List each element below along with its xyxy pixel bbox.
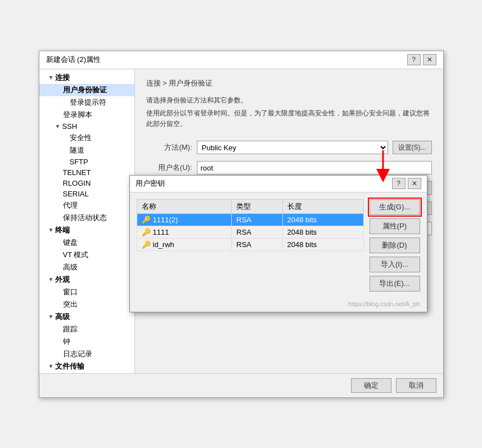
generate-button[interactable]: 生成(G)...	[370, 199, 420, 215]
sidebar-item-filetransfer[interactable]: ▼文件传输	[39, 360, 134, 373]
generate-btn-wrap: 生成(G)...	[370, 199, 420, 215]
key-icon: 🔑	[142, 240, 151, 249]
sidebar-item-label: SFTP	[70, 158, 88, 166]
watermark: https://blog.csdn.net/A_ph	[348, 301, 420, 307]
sidebar-item-label: 高级	[55, 312, 70, 322]
main-titlebar: 新建会话 (2)属性 ? ✕	[39, 51, 443, 69]
sidebar-item-appearance[interactable]: ▼外观	[39, 274, 134, 286]
sidebar-item-keepalive[interactable]: 保持活动状态	[39, 212, 134, 224]
close-button[interactable]: ✕	[423, 54, 436, 65]
sidebar-item-tunnel[interactable]: 隧道	[39, 144, 134, 156]
sidebar-item-advanced[interactable]: 高级	[39, 261, 134, 274]
sidebar-item-rlogin[interactable]: RLOGIN	[39, 178, 134, 189]
key-icon: 🔑	[142, 228, 151, 236]
settings-button[interactable]: 设置(S)...	[393, 141, 432, 154]
export-button[interactable]: 导出(E)...	[370, 276, 420, 292]
sidebar-item-sftp[interactable]: SFTP	[39, 156, 134, 167]
sidebar-item-label: 突出	[63, 299, 78, 310]
sidebar: ▼连接用户身份验证登录提示符登录脚本▼SSH安全性隧道SFTPTELNETRLO…	[39, 69, 135, 373]
import-button[interactable]: 导入(I)...	[370, 257, 420, 272]
sub-titlebar-buttons: ? ✕	[392, 178, 421, 189]
desc2: 使用此部分以节省登录时间。但是，为了最大限度地提高安全性，如果担心安全问题，建议…	[146, 108, 432, 129]
sub-close-button[interactable]: ✕	[408, 178, 421, 189]
cancel-button[interactable]: 取消	[396, 378, 436, 393]
key-length: 2048 bits	[282, 226, 363, 238]
key-length: 2048 bits	[282, 238, 363, 250]
sidebar-item-clock[interactable]: 钟	[39, 335, 134, 348]
sidebar-item-label: 键盘	[63, 238, 78, 248]
sub-help-button[interactable]: ?	[392, 178, 406, 189]
expand-icon: ▼	[48, 227, 54, 233]
key-type: RSA	[232, 213, 282, 226]
sidebar-item-label: 窗口	[63, 287, 78, 297]
method-control: Public Key 设置(S)...	[197, 141, 432, 154]
sidebar-item-label: 日志记录	[63, 349, 92, 359]
sidebar-item-xymodem[interactable]: X/YMODEM	[39, 373, 134, 373]
username-input[interactable]	[197, 161, 432, 174]
sidebar-item-label: 代理	[63, 200, 78, 210]
sidebar-item-login-script[interactable]: 登录脚本	[39, 109, 134, 121]
main-dialog-title: 新建会话 (2)属性	[46, 55, 101, 65]
help-button[interactable]: ?	[407, 54, 421, 65]
delete-button[interactable]: 删除(D)	[370, 238, 420, 253]
sidebar-item-auth[interactable]: 用户身份验证	[39, 84, 134, 96]
method-select[interactable]: Public Key	[197, 141, 388, 154]
key-name: 🔑1111(2)	[137, 213, 232, 226]
sidebar-item-label: SERIAL	[63, 190, 89, 198]
sidebar-item-label: 高级	[63, 262, 78, 272]
sidebar-item-login-prompt[interactable]: 登录提示符	[39, 96, 134, 109]
sidebar-item-advanced2[interactable]: ▼高级	[39, 311, 134, 323]
col-type: 类型	[232, 199, 282, 213]
sidebar-item-connect[interactable]: ▼连接	[39, 71, 134, 84]
sidebar-item-keyboard[interactable]: 键盘	[39, 236, 134, 249]
key-table: 名称 类型 长度 🔑1111(2)RSA2048 bits🔑1111RSA204…	[137, 199, 364, 251]
titlebar-buttons: ? ✕	[407, 54, 436, 65]
main-dialog: 新建会话 (2)属性 ? ✕ ▼连接用户身份验证登录提示符登录脚本▼SSH安全性…	[39, 51, 444, 398]
key-name: 🔑1111	[137, 226, 232, 238]
key-table-wrap: 名称 类型 长度 🔑1111(2)RSA2048 bits🔑1111RSA204…	[137, 199, 364, 292]
sidebar-item-ssh[interactable]: ▼SSH	[39, 121, 134, 132]
sub-titlebar: 用户密钥 ? ✕	[130, 176, 427, 192]
table-row[interactable]: 🔑id_rwhRSA2048 bits	[137, 238, 363, 250]
main-footer: 确定 取消	[39, 373, 443, 397]
expand-icon: ▼	[48, 276, 54, 283]
username-row: 用户名(U):	[146, 161, 432, 174]
sidebar-item-label: TELNET	[63, 168, 91, 177]
sidebar-item-label: 钟	[63, 337, 70, 347]
key-name: 🔑id_rwh	[137, 238, 232, 250]
sidebar-item-terminal[interactable]: ▼终端	[39, 224, 134, 236]
sidebar-item-proxy[interactable]: 代理	[39, 199, 134, 212]
sidebar-item-label: RLOGIN	[63, 179, 91, 187]
username-label: 用户名(U):	[146, 163, 197, 173]
sidebar-item-label: 文件传输	[55, 361, 84, 371]
sidebar-item-label: 安全性	[70, 133, 92, 143]
key-length: 2048 bits	[282, 213, 363, 226]
table-row[interactable]: 🔑1111RSA2048 bits	[137, 226, 363, 238]
breadcrumb: 连接 > 用户身份验证	[146, 78, 432, 88]
table-row[interactable]: 🔑1111(2)RSA2048 bits	[137, 213, 363, 226]
sidebar-item-telnet[interactable]: TELNET	[39, 167, 134, 178]
sidebar-item-label: 保持活动状态	[63, 213, 107, 223]
sidebar-item-label: VT 模式	[63, 250, 89, 260]
sidebar-item-window[interactable]: 窗口	[39, 286, 134, 298]
sidebar-item-log[interactable]: 日志记录	[39, 348, 134, 360]
sidebar-item-vtmode[interactable]: VT 模式	[39, 249, 134, 261]
sidebar-item-label: 连接	[55, 73, 70, 83]
sidebar-item-label: SSH	[62, 122, 77, 131]
expand-icon: ▼	[48, 313, 54, 320]
sidebar-item-label: 终端	[55, 225, 70, 235]
sub-dialog: 用户密钥 ? ✕ 名称 类型 长度 🔑1111(2)RSA20	[129, 175, 427, 312]
sidebar-item-label: 登录脚本	[63, 110, 92, 120]
sidebar-item-security[interactable]: 安全性	[39, 132, 134, 144]
desc1: 请选择身份验证方法和其它参数。	[146, 95, 432, 106]
properties-button[interactable]: 属性(P)	[370, 218, 420, 234]
sidebar-item-trace[interactable]: 跟踪	[39, 323, 134, 335]
sidebar-item-label: 用户身份验证	[63, 85, 107, 95]
expand-icon: ▼	[55, 123, 61, 129]
description: 请选择身份验证方法和其它参数。 使用此部分以节省登录时间。但是，为了最大限度地提…	[146, 95, 432, 130]
sidebar-item-label: 外观	[55, 275, 70, 285]
method-row: 方法(M): Public Key 设置(S)...	[146, 141, 432, 154]
sidebar-item-exit[interactable]: 突出	[39, 298, 134, 311]
ok-button[interactable]: 确定	[351, 378, 391, 393]
sidebar-item-serial[interactable]: SERIAL	[39, 189, 134, 199]
